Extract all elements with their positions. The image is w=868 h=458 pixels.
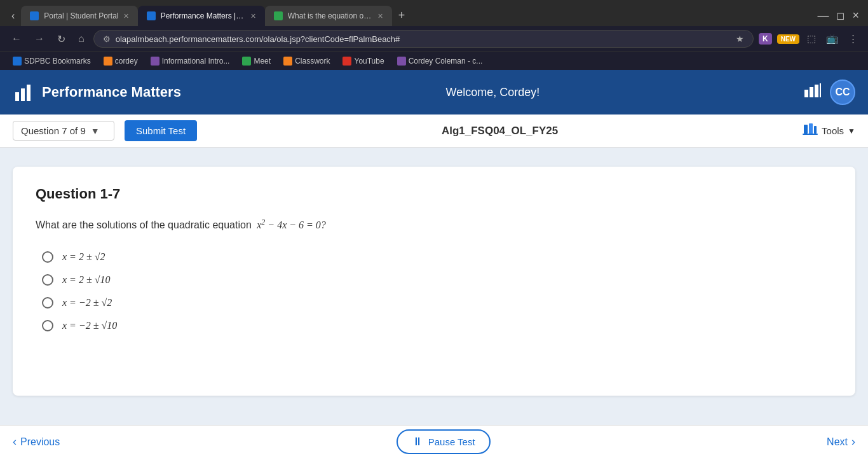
bookmark-informational[interactable]: Informational Intro... [146,55,235,67]
chevron-left-icon: ‹ [13,435,17,448]
welcome-text: Welcome, Cordey! [181,86,804,99]
svg-rect-4 [804,90,808,97]
bookmark-cordey-coleman[interactable]: Cordey Coleman - c... [392,55,488,67]
bookmark-youtube[interactable]: YouTube [337,55,389,67]
footer-center: ⏸ Pause Test [60,429,827,454]
bookmark-meet[interactable]: Meet [237,55,276,67]
tab-favicon [30,11,39,20]
tab-label: What is the equation of the fur... [288,11,373,20]
svg-rect-11 [803,134,818,135]
home-button[interactable]: ⌂ [74,31,88,47]
restore-button[interactable]: ◻ [832,7,848,24]
answer-option-c[interactable]: x = −2 ± √2 [42,297,832,309]
answer-radio-a[interactable] [42,251,53,263]
test-name: Alg1_FSQ04_OL_FY25 [197,125,803,137]
tab-portal[interactable]: Portal | Student Portal × [21,6,137,26]
app-header: Performance Matters Welcome, Cordey! CC [0,70,868,114]
answer-label-a: x = 2 ± √2 [62,251,105,263]
bookmark-label: Classwork [295,57,330,66]
tab-performance-matters[interactable]: Performance Matters | OLA × [138,6,265,26]
pause-test-button[interactable]: ⏸ Pause Test [397,429,491,454]
bookmark-icon [283,57,292,66]
tab-favicon [147,11,156,20]
address-text: olapalmbeach.performancematters.com/ola/… [116,34,731,44]
question-selector-dropdown[interactable]: Question 7 of 9 ▼ [13,121,114,141]
bookmark-label: Informational Intro... [162,57,230,66]
svg-rect-8 [804,125,808,134]
app-title: Performance Matters [42,84,181,101]
answer-options: x = 2 ± √2 x = 2 ± √10 x = −2 ± √2 [42,251,832,331]
tab-close-button[interactable]: × [251,11,256,21]
answer-radio-d[interactable] [42,320,53,331]
main-content: Question 1-7 What are the solutions of t… [0,148,868,427]
menu-button[interactable]: ⋮ [846,31,860,47]
analytics-icon-button[interactable] [804,83,821,101]
footer: ‹ Previous ⏸ Pause Test Next › [0,425,868,458]
answer-option-d[interactable]: x = −2 ± √10 [42,320,832,331]
tab-bar: ‹ Portal | Student Portal × Performance … [0,0,868,26]
back-button[interactable]: ← [8,31,25,47]
answer-radio-c[interactable] [42,297,53,309]
tab-close-button[interactable]: × [378,11,383,21]
chevron-down-icon: ▼ [91,126,100,136]
bookmark-icon [397,57,406,66]
address-bar[interactable]: ⚙ olapalmbeach.performancematters.com/ol… [93,30,754,48]
svg-rect-7 [820,83,821,97]
tools-label: Tools [822,125,844,136]
next-button[interactable]: Next › [827,435,855,448]
svg-rect-3 [27,85,31,101]
extensions2-button[interactable]: ⬚ [804,31,818,47]
bookmark-icon [242,57,251,66]
tools-icon [803,122,818,139]
question-selector-label: Question 7 of 9 [21,125,86,136]
bookmark-label: Meet [254,57,271,66]
nav-bar: ← → ↻ ⌂ ⚙ olapalmbeach.performancematter… [0,26,868,52]
chevron-right-icon: › [851,435,855,448]
browser-chrome: ‹ Portal | Student Portal × Performance … [0,0,868,70]
header-right: CC [804,80,855,105]
tools-button[interactable]: Tools ▼ [803,122,855,139]
answer-label-b: x = 2 ± √10 [62,274,110,286]
bookmark-icon [13,57,22,66]
tab-favicon [274,11,283,20]
close-button[interactable]: × [848,6,863,25]
previous-button[interactable]: ‹ Previous [13,435,60,448]
new-badge-button[interactable]: NEW [777,34,799,44]
bookmark-label: SDPBC Bookmarks [24,57,91,66]
tools-chevron-icon: ▼ [848,127,855,135]
bookmark-label: cordey [115,57,138,66]
bookmark-sdpbc[interactable]: SDPBC Bookmarks [8,55,96,67]
new-tab-button[interactable]: + [392,5,412,26]
bookmark-icon [151,57,159,66]
bookmark-label: YouTube [354,57,384,66]
reload-button[interactable]: ↻ [53,31,69,48]
toolbar: Question 7 of 9 ▼ Submit Test Alg1_FSQ04… [0,114,868,148]
user-avatar[interactable]: CC [830,80,855,105]
bookmark-cordey[interactable]: cordey [98,55,143,67]
svg-rect-9 [809,123,813,135]
forward-button[interactable]: → [31,31,48,47]
question-stem: What are the solutions of the quadratic … [36,216,832,233]
svg-rect-10 [814,126,817,134]
bookmark-icon [104,57,112,66]
bookmark-icon [342,57,351,66]
answer-option-b[interactable]: x = 2 ± √10 [42,274,832,286]
bookmark-label: Cordey Coleman - c... [409,57,483,66]
answer-option-a[interactable]: x = 2 ± √2 [42,251,832,263]
previous-label: Previous [20,436,60,448]
tab-close-button[interactable]: × [124,11,129,21]
bookmark-classwork[interactable]: Classwork [278,55,335,67]
svg-rect-2 [21,88,25,101]
cast-button[interactable]: 📺 [824,31,841,47]
minimize-button[interactable]: — [813,6,832,25]
svg-rect-6 [815,85,818,97]
answer-label-c: x = −2 ± √2 [62,297,112,309]
submit-test-button[interactable]: Submit Test [125,120,197,141]
pause-label: Pause Test [428,436,475,447]
tab-overflow-button[interactable]: ‹ [5,6,21,25]
answer-radio-b[interactable] [42,274,53,286]
extensions-button[interactable]: K [759,33,772,45]
tab-equation[interactable]: What is the equation of the fur... × [265,6,392,26]
pause-icon: ⏸ [412,435,423,448]
question-card: Question 1-7 What are the solutions of t… [13,167,855,396]
